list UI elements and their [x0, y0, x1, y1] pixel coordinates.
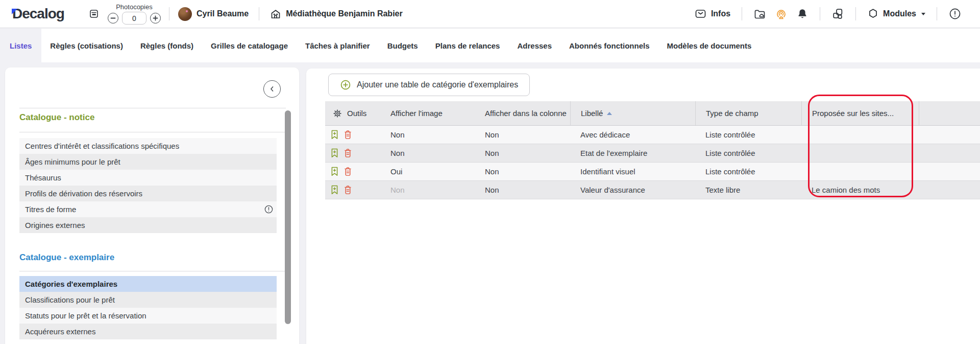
divider — [19, 108, 286, 108]
sidebar-item-categories-exemplaires[interactable]: Catégories d'exemplaires — [19, 276, 277, 292]
column-header-proposee-sites[interactable]: Proposée sur les sites... — [801, 101, 919, 125]
add-button-label: Ajouter une table de catégorie d'exempla… — [357, 80, 518, 89]
photocopies-counter: Photocopies — [108, 3, 161, 25]
empty-cell — [919, 126, 980, 144]
table-row[interactable]: Non Non Etat de l'exemplaire Liste contr… — [325, 144, 980, 163]
photocopies-stepper — [108, 12, 161, 25]
table-row[interactable]: Oui Non Identifiant visuel Liste contrôl… — [325, 163, 980, 181]
divider — [19, 132, 286, 132]
trash-icon[interactable] — [344, 129, 352, 140]
tab-modeles-de-documents[interactable]: Modèles de documents — [658, 29, 761, 62]
type-champ-cell: Texte libre — [695, 181, 801, 199]
sidebar-item-label: Titres de forme — [25, 205, 76, 214]
plus-button[interactable] — [150, 13, 161, 24]
afficher-colonne-cell: Non — [475, 144, 570, 162]
info-circle-icon — [264, 204, 274, 214]
table-row[interactable]: Non Non Avec dédicace Liste contrôlée — [325, 126, 980, 144]
afficher-image-cell: Non — [380, 144, 475, 162]
column-header-outils[interactable]: Outils — [325, 101, 380, 125]
sidebar-scrollbar-thumb[interactable] — [285, 110, 291, 324]
sidebar-item-centres-interet[interactable]: Centres d'intérêt et classifications spé… — [19, 138, 277, 154]
main-panel: Ajouter une table de catégorie d'exempla… — [306, 68, 980, 344]
catalogue-exemplaire-list: Catégories d'exemplaires Classifications… — [19, 276, 277, 339]
section-title-catalogue-notice: Catalogue - notice — [19, 112, 94, 123]
divider — [19, 271, 286, 271]
empty-cell — [919, 163, 980, 180]
type-champ-cell: Liste contrôlée — [695, 144, 801, 162]
secondary-nav: Listes Règles (cotisations) Règles (fond… — [0, 29, 980, 62]
library-selector[interactable]: Médiathèque Benjamin Rabier — [270, 8, 403, 20]
user-menu[interactable]: Cyril Beaume — [178, 7, 249, 21]
tab-adresses[interactable]: Adresses — [508, 29, 560, 62]
empty-cell — [919, 181, 980, 199]
top-bar: Decalog Photocopies — [0, 0, 980, 28]
trash-icon[interactable] — [344, 166, 352, 177]
bookmark-add-icon[interactable] — [330, 185, 339, 195]
column-header-type-de-champ[interactable]: Type de champ — [695, 101, 801, 125]
sidebar-collapse-button[interactable] — [263, 80, 281, 98]
bookmark-add-icon[interactable] — [330, 129, 339, 140]
libelle-cell: Valeur d'assurance — [570, 181, 695, 199]
folder-cloud-icon[interactable] — [753, 8, 766, 20]
mail-icon — [694, 8, 707, 19]
library-building-icon — [270, 8, 282, 20]
live-broadcast-icon[interactable] — [775, 8, 788, 20]
trash-icon[interactable] — [344, 185, 352, 195]
sidebar-item-classifications-pret[interactable]: Classifications pour le prêt — [19, 292, 277, 308]
row-tools-cell — [325, 144, 380, 162]
alert-circle-icon[interactable] — [948, 7, 962, 20]
sidebar-item-acquereurs-externes[interactable]: Acquéreurs externes — [19, 324, 277, 339]
user-avatar — [178, 7, 192, 21]
table-row[interactable]: Non Non Valeur d'assurance Texte libre L… — [325, 181, 980, 199]
libelle-cell: Identifiant visuel — [570, 163, 695, 180]
infos-label: Infos — [711, 9, 730, 18]
photocopies-input[interactable] — [122, 12, 146, 25]
column-header-empty — [919, 101, 980, 125]
photocopier-icon[interactable] — [88, 8, 100, 20]
infos-button[interactable]: Infos — [694, 8, 730, 19]
plus-circle-icon — [340, 79, 351, 90]
proposee-sites-cell — [801, 144, 919, 162]
sidebar-item-statuts-pret-reservation[interactable]: Statuts pour le prêt et la réservation — [19, 308, 277, 324]
tab-budgets[interactable]: Budgets — [379, 29, 427, 62]
notifications-bell-icon[interactable] — [796, 8, 808, 20]
bookmark-add-icon[interactable] — [330, 148, 339, 158]
divider — [820, 7, 820, 20]
libelle-cell: Avec dédicace — [570, 126, 695, 144]
column-header-afficher-image[interactable]: Afficher l'image — [380, 101, 475, 125]
module-cube-icon — [867, 8, 879, 20]
tab-abonnes-fonctionnels[interactable]: Abonnés fonctionnels — [560, 29, 658, 62]
trash-icon[interactable] — [344, 148, 352, 158]
column-header-afficher-colonne[interactable]: Afficher dans la colonne — [475, 101, 570, 125]
tab-grilles-de-catalogage[interactable]: Grilles de catalogage — [202, 29, 297, 62]
sidebar-item-origines-externes[interactable]: Origines externes — [19, 217, 277, 233]
sidebar-item-ages-minimums[interactable]: Âges minimums pour le prêt — [19, 154, 277, 170]
bookmark-add-icon[interactable] — [330, 166, 339, 177]
tab-listes[interactable]: Listes — [0, 29, 41, 62]
proposee-sites-cell — [801, 163, 919, 180]
type-champ-cell: Liste contrôlée — [695, 163, 801, 180]
modules-menu[interactable]: Modules — [867, 8, 925, 20]
sidebar-item-titres-de-forme[interactable]: Titres de forme — [19, 201, 277, 217]
sort-ascending-icon — [607, 112, 612, 115]
row-tools-cell — [325, 181, 380, 199]
tab-plans-de-relances[interactable]: Plans de relances — [427, 29, 509, 62]
empty-cell — [919, 144, 980, 162]
proposee-sites-cell: Le camion des mots — [801, 181, 919, 199]
sidebar-item-thesaurus[interactable]: Thésaurus — [19, 170, 277, 186]
minus-button[interactable] — [108, 13, 118, 24]
afficher-colonne-cell: Non — [475, 181, 570, 199]
divider — [742, 7, 742, 20]
divider — [855, 7, 856, 20]
tab-taches-a-planifier[interactable]: Tâches à planifier — [297, 29, 379, 62]
column-header-libelle[interactable]: Libellé — [570, 101, 695, 125]
afficher-colonne-cell: Non — [475, 163, 570, 180]
add-category-table-button[interactable]: Ajouter une table de catégorie d'exempla… — [328, 74, 530, 96]
type-champ-cell: Liste contrôlée — [695, 126, 801, 144]
sidebar-item-profils-derivation[interactable]: Profils de dérivation des réservoirs — [19, 186, 277, 201]
catalogue-notice-list: Centres d'intérêt et classifications spé… — [19, 138, 277, 233]
divider — [169, 7, 169, 20]
linked-items-icon[interactable] — [831, 8, 844, 20]
tab-regles-cotisations[interactable]: Règles (cotisations) — [41, 29, 132, 62]
tab-regles-fonds[interactable]: Règles (fonds) — [132, 29, 202, 62]
